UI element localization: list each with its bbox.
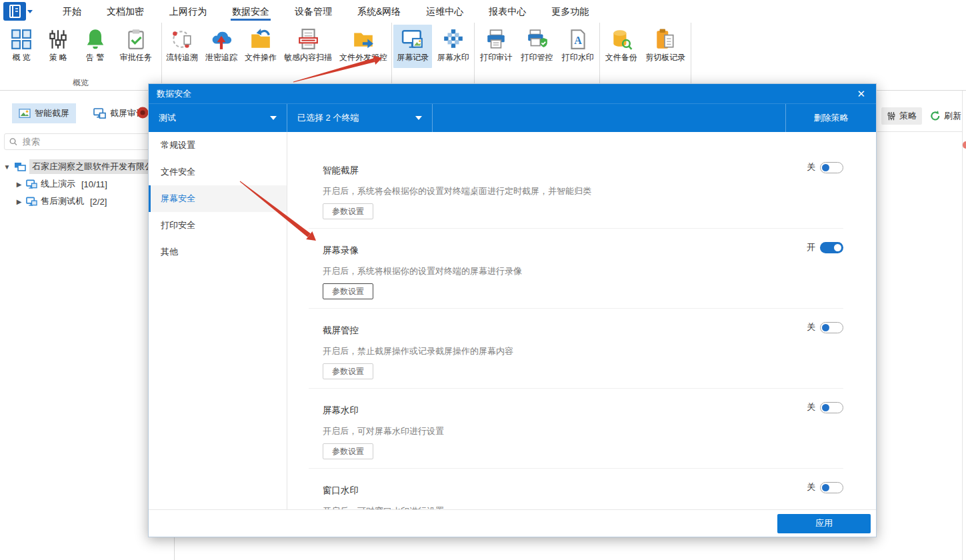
smart-screenshot-toggle[interactable] [820,162,843,173]
ribbon-print-audit-button[interactable]: 打印审计 [477,25,515,68]
chevron-down-icon [270,116,277,120]
svg-text:A: A [574,35,582,46]
policy-button[interactable]: 策略 [881,107,922,125]
ribbon-screen-record-button[interactable]: 屏幕记录 [393,25,432,68]
setting-title: 屏幕水印 [323,405,843,417]
policy-sliders-icon [887,111,896,121]
menu-item-ops-center[interactable]: 运维中心 [413,0,476,23]
menu-item-doc-encryption[interactable]: 文档加密 [94,0,157,23]
menu-item-start[interactable]: 开始 [50,0,94,23]
chevron-right-icon[interactable]: ▶ [15,181,23,188]
dialog-filterbar: 测试 已选择 2 个终端 删除策略 [149,103,876,132]
ribbon-print-watermark-button[interactable]: A 打印水印 [559,25,597,68]
sidebar-item-general-settings[interactable]: 常规设置 [149,132,287,159]
ribbon-policy-button[interactable]: 策 略 [43,25,73,68]
ribbon-file-outgoing-control-button[interactable]: 文件外发管控 [336,25,391,68]
ribbon-group-label-overview: 概览 [0,77,161,90]
computer-group-icon [26,179,37,189]
toggle-state-label: 关 [807,401,815,413]
right-panel-border [962,91,963,560]
menu-item-more-features[interactable]: 更多功能 [539,0,601,23]
ribbon-file-operations-button[interactable]: 文件操作 [241,25,280,68]
delete-policy-button[interactable]: 删除策略 [785,104,876,132]
ribbon-file-backup-button[interactable]: 文件备份 [602,25,641,68]
setting-screen-recording: 屏幕录像 开启后，系统将根据你的设置对终端的屏幕进行录像 参数设置 开 [287,229,876,309]
tab-smart-screenshot[interactable]: 智能截屏 [12,103,76,123]
setting-description: 开启后，系统将根据你的设置对终端的屏幕进行录像 [323,265,843,277]
refresh-button[interactable]: 刷新 [930,110,961,122]
menubar: 开始 文档加密 上网行为 数据安全 设备管理 系统&网络 运维中心 报表中心 更… [0,0,966,23]
setting-screen-watermark: 屏幕水印 开启后，可对屏幕水印进行设置 参数设置 关 [287,389,876,469]
flow-trace-icon [170,28,194,51]
toggle-state-label: 关 [807,321,815,333]
setting-title: 屏幕录像 [323,245,843,257]
toolbar-divider [877,131,962,132]
data-security-dialog: 数据安全 ✕ 测试 已选择 2 个终端 删除策略 常规设置 文件安全 屏幕安全 … [148,83,877,537]
screenshot-control-toggle[interactable] [820,322,843,333]
chevron-right-icon[interactable]: ▶ [15,198,23,205]
param-settings-button[interactable]: 参数设置 [323,203,373,219]
ribbon-sensitive-scan-button[interactable]: 敏感内容扫描 [281,25,335,68]
param-settings-button[interactable]: 参数设置 [323,283,373,299]
ribbon-alerts-button[interactable]: 告 警 [80,25,111,68]
image-icon [19,108,31,119]
search-box[interactable] [4,133,170,150]
overview-grid-icon [9,28,33,51]
file-operations-folder-icon [249,28,273,51]
file-outgoing-folder-icon [351,28,375,51]
edge-red-badge [963,141,966,149]
setting-description: 开启后，系统将会根据你的设置对终端桌面进行定时截屏，并智能归类 [323,185,843,197]
clipboard-record-icon [653,28,677,51]
terminal-select-dropdown[interactable]: 已选择 2 个终端 [287,104,433,132]
screen-recording-toggle[interactable] [820,242,843,253]
screen-watermark-toggle[interactable] [820,402,843,413]
file-backup-database-icon [609,28,633,51]
toggle-state-label: 开 [807,241,815,253]
online-count: [2/2] [90,197,107,207]
setting-title: 窗口水印 [323,485,843,497]
dialog-title: 数据安全 [157,88,191,100]
ribbon-leak-trace-button[interactable]: 泄密追踪 [202,25,241,68]
policy-select-dropdown[interactable]: 测试 [149,104,287,132]
setting-title: 智能截屏 [323,165,843,177]
menu-item-system-network[interactable]: 系统&网络 [345,0,413,23]
search-icon [9,137,17,146]
monitor-audit-icon [93,108,106,119]
ribbon-overview-button[interactable]: 概 览 [6,25,37,68]
computer-group-icon [26,197,37,207]
search-input[interactable] [21,136,165,147]
content-toolbar: 策略 刷新 [881,107,961,125]
setting-description: 开启后，可对窗口水印进行设置 [323,505,843,509]
sidebar-item-screen-security[interactable]: 屏幕安全 [149,185,287,212]
menu-item-device-management[interactable]: 设备管理 [282,0,345,23]
ribbon-approval-tasks-button[interactable]: 审批任务 [117,25,155,68]
ribbon-clipboard-record-button[interactable]: 剪切板记录 [642,25,689,68]
apply-button[interactable]: 应用 [777,514,871,533]
policy-sliders-icon [46,28,70,51]
param-settings-button[interactable]: 参数设置 [323,363,373,379]
setting-smart-screenshot: 智能截屏 开启后，系统将会根据你的设置对终端桌面进行定时截屏，并智能归类 参数设… [287,149,876,229]
approval-tasks-icon [124,28,148,51]
computer-group-icon [14,162,26,172]
setting-description: 开启后，禁止截屏操作或记录截屏操作的屏幕内容 [323,345,843,357]
menu-item-report-center[interactable]: 报表中心 [476,0,539,23]
close-icon[interactable]: ✕ [854,87,868,100]
ribbon-toolbar: 概 览 策 略 告 警 [0,23,966,91]
ribbon-flow-trace-button[interactable]: 流转追溯 [163,25,201,68]
sidebar-item-file-security[interactable]: 文件安全 [149,159,287,185]
chevron-down-icon[interactable]: ▼ [3,163,11,171]
param-settings-button[interactable]: 参数设置 [323,443,373,459]
menu-item-data-security[interactable]: 数据安全 [219,0,282,23]
chevron-down-icon [415,116,422,120]
ribbon-print-control-button[interactable]: 打印管控 [518,25,557,68]
sidebar-item-other[interactable]: 其他 [149,239,287,265]
window-watermark-toggle[interactable] [820,482,843,493]
app-menu-button[interactable] [3,2,33,21]
app-menu-caret-icon [27,10,33,13]
ribbon-screen-watermark-button[interactable]: 屏幕水印 [434,25,473,68]
record-circle-icon[interactable] [136,106,149,119]
menu-item-web-behavior[interactable]: 上网行为 [157,0,219,23]
screen-watermark-checker-icon [441,28,465,51]
sidebar-item-print-security[interactable]: 打印安全 [149,212,287,239]
print-watermark-doc-icon: A [566,28,590,51]
